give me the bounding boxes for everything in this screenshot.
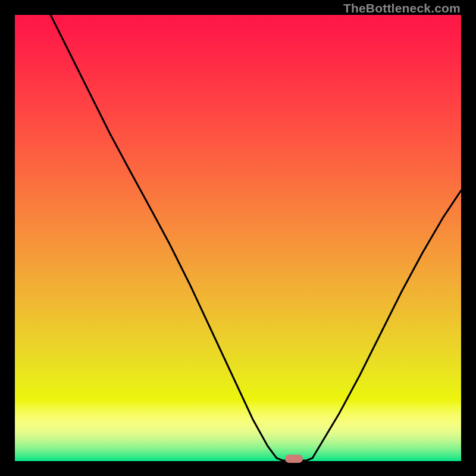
bottleneck-curve [15, 15, 461, 461]
watermark-text: TheBottleneck.com [343, 1, 461, 15]
chart-container: TheBottleneck.com [0, 0, 476, 476]
optimal-marker [285, 455, 303, 463]
plot-area [15, 15, 461, 461]
